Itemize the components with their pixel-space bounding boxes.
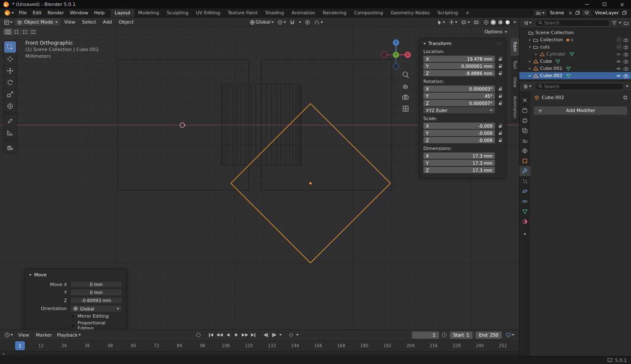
collapse-arrow-icon[interactable]: ▾ [527,45,532,49]
next-frame-button[interactable] [271,332,278,338]
move-z-field[interactable]: -0.60093 mm [70,297,122,304]
camera-visibility-icon[interactable] [623,73,629,78]
axis-gizmo[interactable]: Z X Y [381,40,411,70]
menu-view[interactable]: View [61,19,78,26]
hide-eye-icon[interactable] [616,66,621,71]
chevron-down-icon[interactable] [619,22,621,24]
selectability-dropdown[interactable] [436,19,447,26]
menu-object[interactable]: Object [116,19,137,26]
hide-eye-icon[interactable] [616,73,621,78]
workspace-tab-modeling[interactable]: Modeling [134,9,163,17]
tab-world-properties[interactable] [519,146,530,156]
select-mode-subtract-button[interactable] [21,29,29,35]
tab-view-layer-properties[interactable] [519,126,530,136]
expand-arrow-icon[interactable]: ▸ [527,59,532,63]
timeline-scrollbar[interactable]: ▸ [0,351,519,356]
panel-grip-icon[interactable]: :::: [496,42,503,46]
tab-tool-properties[interactable] [519,95,530,105]
end-frame-field[interactable]: End250 [476,332,502,339]
select-mode-intersect-button[interactable] [29,29,37,35]
tab-physics-properties[interactable] [519,186,530,196]
location-y-field[interactable]: Y0.000001 mm [423,63,495,69]
outliner-item-scene-collection[interactable]: Scene Collection [519,29,631,36]
dimensions-z-field[interactable]: Z17.3 mm [423,167,495,173]
outliner-item-cube[interactable]: ▸ Cube [519,58,631,65]
proportional-editing-toggle[interactable] [304,19,311,26]
workspace-tab-animation[interactable]: Animation [288,9,319,17]
shading-rendered-button[interactable] [505,19,511,25]
hide-eye-icon[interactable] [616,52,621,57]
expand-arrow-icon[interactable]: ▸ [527,38,532,42]
jump-to-start-button[interactable] [208,332,214,338]
blender-menu-button[interactable] [3,10,16,16]
location-x-field[interactable]: X19.478 mm [423,56,495,62]
proportional-falloff-dropdown[interactable] [313,19,324,26]
tab-render-properties[interactable] [519,105,530,115]
tab-object-properties[interactable] [519,156,530,166]
chevron-down-icon[interactable] [626,86,628,87]
move-tool[interactable] [4,65,16,76]
browse-scene-button[interactable] [534,10,547,16]
workspace-tab-geometry-nodes[interactable]: Geometry Nodes [387,9,433,17]
tab-material-properties[interactable] [519,217,530,227]
start-frame-field[interactable]: Start1 [450,332,473,339]
workspace-tab-layout[interactable]: Layout [111,9,134,17]
camera-visibility-icon[interactable] [623,66,629,71]
workspace-tab-sculpting[interactable]: Sculpting [163,9,192,17]
xray-toggle[interactable] [473,19,480,26]
chevron-down-icon[interactable] [296,334,299,336]
camera-visibility-icon[interactable] [623,59,629,64]
options-button[interactable]: Options [485,29,507,35]
tab-item[interactable]: Item [511,38,519,56]
editor-type-button[interactable] [3,19,14,26]
lock-icon[interactable] [495,57,503,61]
lock-icon[interactable] [495,94,503,98]
collection-checkbox[interactable]: ✓ [617,45,621,49]
rotation-y-field[interactable]: Y45° [423,93,495,99]
add-cube-tool[interactable] [4,142,16,153]
breadcrumb-object-name[interactable]: Cube.002 [542,95,564,100]
outliner-search-input[interactable] [544,20,607,25]
mode-dropdown[interactable]: Object Mode [15,19,60,26]
dimensions-y-field[interactable]: Y17.3 mm [423,160,495,166]
3d-viewport[interactable]: Z X Y Options [0,27,519,329]
lock-icon[interactable] [495,101,503,105]
hide-eye-icon[interactable] [616,59,621,64]
measure-tool[interactable] [4,127,16,138]
timeline-menu-view[interactable]: View [15,332,32,339]
tab-tool[interactable]: Tool [511,56,519,72]
lock-icon[interactable] [495,71,503,75]
outliner-editor-type-button[interactable] [522,20,533,26]
rotation-z-field[interactable]: Z0.000007° [423,100,495,106]
properties-editor-type-button[interactable] [522,83,533,90]
menu-help[interactable]: Help [91,10,107,16]
close-button[interactable]: × [613,0,631,8]
minimize-button[interactable] [578,0,596,8]
chevron-down-icon[interactable] [279,334,282,336]
shading-wireframe-button[interactable] [483,19,489,25]
scene-name[interactable]: Scene [549,10,566,16]
prev-frame-button[interactable] [262,332,269,338]
tab-scene-properties[interactable] [519,136,530,146]
menu-select[interactable]: Select [79,19,99,26]
play-reverse-button[interactable] [225,332,231,338]
pin-icon[interactable] [623,96,627,99]
workspace-tab-rendering[interactable]: Rendering [319,9,350,17]
menu-edit[interactable]: Edit [29,10,44,16]
auto-keying-button[interactable] [195,332,202,338]
workspace-tab-scripting[interactable]: Scripting [433,9,462,17]
tab-view[interactable]: View [511,73,519,91]
timeline-ruler[interactable]: 1122436486072849610812013214415616818019… [0,340,519,351]
camera-view-icon[interactable] [403,95,408,99]
move-panel-header[interactable]: Move [29,272,122,278]
gizmo-negx-ball[interactable] [381,52,387,58]
move-y-field[interactable]: 0 mm [70,289,122,296]
new-collection-icon[interactable] [623,21,628,25]
rotate-tool[interactable] [4,77,16,88]
lock-icon[interactable] [495,124,503,128]
overlays-dropdown[interactable] [460,19,471,26]
tab-modifier-properties[interactable] [519,166,530,176]
filter-icon[interactable] [612,21,617,25]
move-orientation-dropdown[interactable]: Global [70,305,122,312]
properties-search-input[interactable] [544,84,620,89]
